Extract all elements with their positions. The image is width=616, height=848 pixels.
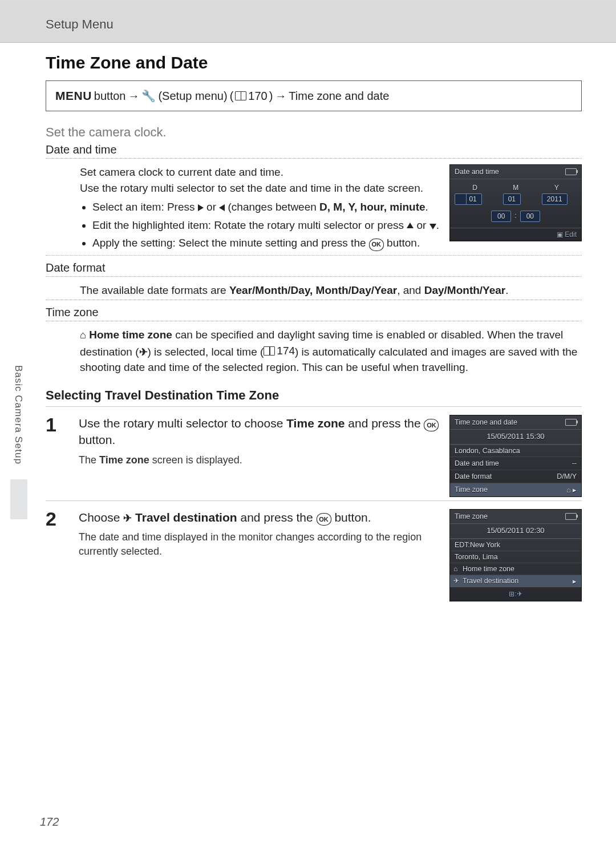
- wrench-icon: 🔧: [141, 89, 156, 103]
- date-format-copy: The available date formats are Year/Mont…: [46, 282, 582, 298]
- left-triangle-icon: [219, 204, 225, 211]
- menu-button-label: MENU: [55, 89, 92, 103]
- camera-screen-tz-menu: Time zone and date 15/05/2011 15:30 Lond…: [449, 415, 582, 497]
- cam-footer: ⊞:✈: [450, 587, 581, 601]
- home-icon: ⌂: [453, 565, 457, 573]
- cam-month: 01: [503, 193, 521, 205]
- step-1: 1 Use the rotary multi selector to choos…: [46, 406, 582, 497]
- chapter-header: Setup Menu: [0, 0, 616, 43]
- arrow-right-icon: →: [128, 90, 139, 103]
- cam-minute: 00: [520, 211, 540, 222]
- cam-title: Date and time: [455, 168, 499, 176]
- step-2: 2 Choose ✈ Travel destination and press …: [46, 500, 582, 601]
- chapter-title: Setup Menu: [46, 17, 114, 31]
- cam-option-travel: ✈Travel destination▸: [450, 575, 581, 587]
- cam-datetime: 15/05/2011 02:30: [450, 524, 581, 539]
- up-triangle-icon: [407, 223, 414, 228]
- cam-city: London, Casablanca: [450, 445, 581, 457]
- cam-title: Time zone and date: [455, 418, 517, 426]
- step-number: 2: [46, 509, 68, 528]
- side-tab-label: Basic Camera Setup: [13, 365, 24, 465]
- airplane-icon: ✈: [517, 590, 522, 598]
- camera-screen-tz-select: Time zone 15/05/2011 02:30 EDT:New York …: [449, 509, 582, 601]
- lead-text: Set the camera clock.: [46, 125, 582, 140]
- divider: [46, 158, 582, 159]
- step-number: 1: [46, 415, 68, 434]
- cam-hour: 00: [491, 211, 511, 222]
- cam-year: 2011: [542, 193, 568, 205]
- cam-day: 01: [464, 193, 481, 205]
- divider: [46, 276, 582, 277]
- camera-screen-date-time: Date and time D M Y 01 01 2011 00 : 00: [449, 164, 582, 241]
- date-time-copy: Set camera clock to current date and tim…: [46, 164, 439, 253]
- book-icon: [264, 346, 275, 356]
- page-title: Time Zone and Date: [46, 53, 582, 72]
- battery-icon: [565, 513, 577, 520]
- cam-option-home: ⌂Home time zone: [450, 563, 581, 575]
- menu-path-box: MENU button → 🔧 (Setup menu) ( 170) → Ti…: [46, 80, 582, 111]
- airplane-icon: ✈: [453, 577, 459, 585]
- manual-ref: 174: [264, 343, 295, 359]
- cam-city: Toronto, Lima: [450, 551, 581, 563]
- divider: [46, 255, 582, 256]
- divider: [46, 300, 582, 300]
- home-icon: ⌂: [80, 329, 86, 341]
- date-time-label: Date and time: [46, 143, 582, 156]
- time-zone-copy: ⌂ Home time zone can be specified and da…: [46, 327, 582, 375]
- time-zone-label: Time zone: [46, 306, 582, 319]
- cam-datetime: 15/05/2011 15:30: [450, 430, 581, 445]
- ok-button-icon: OK: [424, 419, 439, 431]
- manual-ref: ( 170): [230, 90, 273, 103]
- book-icon: [235, 91, 246, 100]
- airplane-icon: ✈: [123, 512, 132, 524]
- down-triangle-icon: [429, 224, 436, 229]
- airplane-icon: ✈: [139, 346, 148, 358]
- selection-marker: [455, 193, 467, 205]
- divider: [46, 321, 582, 321]
- bullet: Edit the highlighted item: Rotate the ro…: [92, 217, 439, 233]
- bullet: Apply the setting: Select the minute set…: [92, 235, 439, 251]
- right-triangle-icon: [198, 204, 204, 211]
- ok-button-icon: OK: [369, 239, 384, 251]
- setup-menu-label: (Setup menu): [158, 90, 227, 103]
- ok-button-icon: OK: [317, 513, 331, 526]
- page-number: 172: [40, 815, 59, 829]
- cam-city: EDT:New York: [450, 539, 581, 551]
- edit-hint: ▣ Edit: [557, 231, 577, 239]
- cam-selected-row: Time zone⌂ ▸: [450, 483, 581, 496]
- battery-icon: [565, 168, 577, 175]
- battery-icon: [565, 419, 577, 426]
- side-tab-marker: [10, 479, 27, 519]
- bullet: Select an item: Press or (changes betwee…: [92, 199, 439, 215]
- nav-destination: Time zone and date: [289, 90, 389, 103]
- subheading: Selecting Travel Destination Time Zone: [46, 388, 582, 403]
- date-format-label: Date format: [46, 261, 582, 274]
- cam-title: Time zone: [455, 512, 488, 520]
- word-button: button: [94, 90, 126, 103]
- arrow-right-icon: →: [275, 90, 286, 103]
